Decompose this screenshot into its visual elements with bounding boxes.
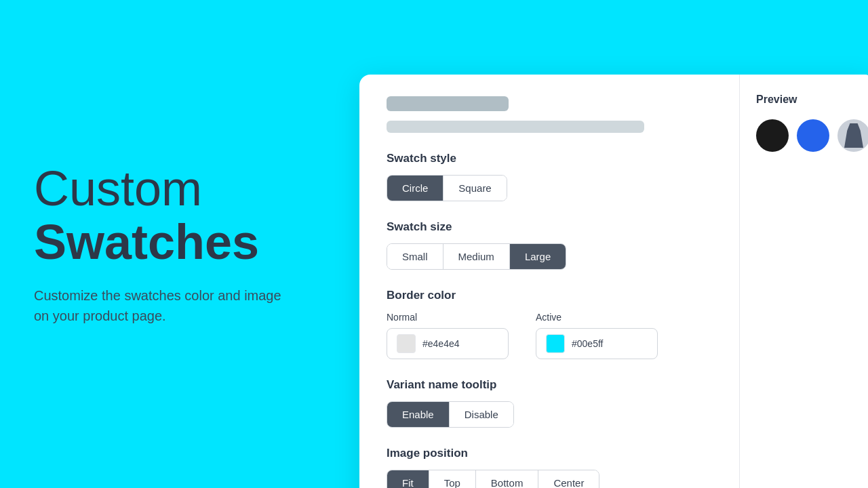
active-label: Active xyxy=(536,312,658,323)
image-position-center-button[interactable]: Center xyxy=(538,470,599,488)
image-position-section: Image position Fit Top Bottom Center xyxy=(387,447,712,488)
skeleton-bar-short xyxy=(387,96,509,111)
settings-card: Swatch style Circle Square Swatch size S… xyxy=(359,75,868,488)
normal-color-input-wrap[interactable] xyxy=(387,328,509,359)
variant-tooltip-disable-button[interactable]: Disable xyxy=(450,402,513,427)
image-position-top-button[interactable]: Top xyxy=(429,470,476,488)
preview-swatch-image xyxy=(837,119,868,152)
swatch-size-label: Swatch size xyxy=(387,220,712,234)
normal-color-input[interactable] xyxy=(422,338,490,349)
swatch-style-square-button[interactable]: Square xyxy=(443,176,506,201)
swatch-size-medium-button[interactable]: Medium xyxy=(443,244,510,269)
normal-color-swatch xyxy=(397,334,416,353)
dress-icon xyxy=(844,123,863,148)
variant-tooltip-label: Variant name tooltip xyxy=(387,378,712,392)
swatch-style-circle-button[interactable]: Circle xyxy=(387,176,443,201)
border-color-row: Normal Active xyxy=(387,312,712,359)
preview-swatches xyxy=(756,119,859,152)
swatch-style-label: Swatch style xyxy=(387,152,712,165)
image-position-bottom-button[interactable]: Bottom xyxy=(476,470,539,488)
left-panel: Custom Swatches Customize the swatches c… xyxy=(0,0,359,488)
swatch-style-group: Circle Square xyxy=(387,175,507,201)
description-text: Customize the swatches color and image o… xyxy=(34,285,292,326)
swatch-style-section: Swatch style Circle Square xyxy=(387,152,712,201)
variant-tooltip-enable-button[interactable]: Enable xyxy=(387,402,450,427)
swatch-size-section: Swatch size Small Medium Large xyxy=(387,220,712,270)
main-heading: Custom Swatches xyxy=(34,162,326,269)
swatch-size-large-button[interactable]: Large xyxy=(510,244,566,269)
normal-color-group: Normal xyxy=(387,312,509,359)
image-position-label: Image position xyxy=(387,447,712,460)
normal-label: Normal xyxy=(387,312,509,323)
skeleton-bar-long xyxy=(387,121,644,133)
active-color-input[interactable] xyxy=(572,338,639,349)
preview-swatch-blue xyxy=(797,119,829,152)
image-position-group: Fit Top Bottom Center xyxy=(387,470,599,488)
active-color-swatch xyxy=(546,334,565,353)
variant-tooltip-section: Variant name tooltip Enable Disable xyxy=(387,378,712,428)
active-color-group: Active xyxy=(536,312,658,359)
active-color-input-wrap[interactable] xyxy=(536,328,658,359)
preview-title: Preview xyxy=(756,94,859,106)
swatch-size-small-button[interactable]: Small xyxy=(387,244,443,269)
heading-bold: Swatches xyxy=(34,215,259,269)
heading-light: Custom xyxy=(34,161,202,216)
right-panel: Swatch style Circle Square Swatch size S… xyxy=(359,0,868,488)
variant-tooltip-group: Enable Disable xyxy=(387,401,514,428)
preview-panel: Preview xyxy=(739,75,868,488)
swatch-size-group: Small Medium Large xyxy=(387,243,566,270)
preview-swatch-black xyxy=(756,119,789,152)
image-position-fit-button[interactable]: Fit xyxy=(387,470,429,488)
border-color-section: Border color Normal Active xyxy=(387,289,712,359)
border-color-label: Border color xyxy=(387,289,712,302)
card-main: Swatch style Circle Square Swatch size S… xyxy=(359,75,739,488)
